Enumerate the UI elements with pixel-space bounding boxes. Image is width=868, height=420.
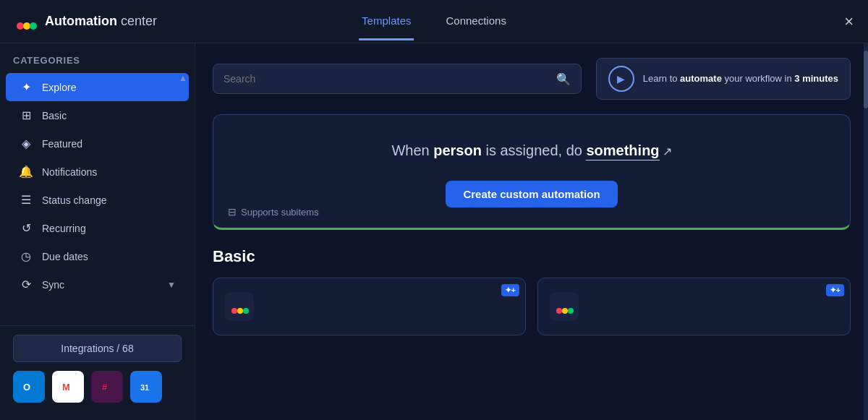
outlook-icon[interactable]: O	[13, 371, 45, 403]
calendar-icon[interactable]: 31	[130, 371, 162, 403]
sidebar-item-label-featured: Featured	[42, 138, 82, 150]
template-cards-row: ✦+ ✦+	[213, 278, 851, 335]
create-custom-automation-button[interactable]: Create custom automation	[446, 181, 617, 207]
sidebar-item-label-due-dates: Due dates	[42, 251, 88, 262]
sidebar-item-status-change[interactable]: ☰ Status change	[6, 186, 189, 214]
status-change-icon: ☰	[19, 193, 33, 207]
sidebar-item-recurring[interactable]: ↺ Recurring	[6, 214, 189, 242]
sync-icon: ⟳	[19, 278, 33, 291]
tab-connections[interactable]: Connections	[443, 14, 509, 40]
cursor-icon: ↗	[663, 145, 672, 158]
subitems-icon: ⊟	[228, 206, 237, 218]
card-logo-1	[225, 292, 254, 321]
svg-point-2	[30, 22, 37, 30]
sidebar-item-label-basic: Basic	[42, 110, 67, 121]
sidebar-item-label-recurring: Recurring	[42, 223, 86, 234]
due-dates-icon: ◷	[19, 249, 33, 263]
search-icon: 🔍	[556, 72, 571, 86]
scroll-up-arrow: ▲	[179, 73, 187, 83]
video-text: Learn to automate your workflow in 3 min…	[643, 72, 838, 85]
right-scrollbar[interactable]	[864, 43, 868, 420]
sidebar-item-basic[interactable]: ⊞ Basic	[6, 101, 189, 129]
sidebar-item-explore[interactable]: ✦ Explore	[6, 73, 189, 101]
sidebar-item-label-notifications: Notifications	[42, 166, 97, 178]
sidebar-item-label-explore: Explore	[42, 82, 76, 93]
sidebar-header: Categories	[0, 55, 195, 73]
automation-sentence: When person is assigned, do something↗	[391, 142, 671, 160]
play-button[interactable]: ▶	[608, 66, 634, 92]
explore-icon: ✦	[19, 80, 33, 94]
monday-logo	[14, 10, 38, 33]
svg-text:O: O	[23, 382, 30, 393]
ai-badge-1: ✦+	[501, 284, 519, 296]
chevron-down-icon: ▼	[167, 280, 176, 290]
svg-text:#: #	[102, 382, 108, 393]
svg-point-13	[243, 308, 249, 314]
scrollbar-thumb	[864, 51, 868, 108]
logo-area: Automation center	[14, 10, 203, 33]
subitems-note: ⊟ Supports subitems	[228, 206, 319, 218]
card-logo-2	[550, 292, 579, 321]
sidebar-scroll: ▲ ✦ Explore ⊞ Basic ◈ Featured 🔔 Notific…	[0, 73, 195, 325]
sidebar-bottom: Integrations / 68 O M # 31	[0, 325, 195, 411]
body-layout: Categories ▲ ✦ Explore ⊞ Basic ◈ Feature…	[0, 43, 868, 420]
header: Automation center Templates Connections …	[0, 0, 868, 43]
template-card-2[interactable]: ✦+	[537, 278, 851, 335]
featured-icon: ◈	[19, 137, 33, 150]
svg-text:31: 31	[140, 383, 149, 392]
svg-point-0	[17, 22, 24, 30]
basic-icon: ⊞	[19, 108, 33, 122]
sidebar-item-label-sync: Sync	[42, 279, 64, 291]
template-card-1[interactable]: ✦+	[213, 278, 526, 335]
search-bar[interactable]: 🔍	[213, 64, 582, 94]
section-basic-title: Basic	[213, 247, 851, 266]
sidebar-item-featured[interactable]: ◈ Featured	[6, 129, 189, 158]
tab-templates[interactable]: Templates	[359, 14, 414, 40]
app-title: Automation center	[45, 14, 157, 29]
svg-point-14	[556, 308, 562, 314]
slack-icon[interactable]: #	[91, 371, 123, 403]
sync-item-left: ⟳ Sync	[19, 278, 64, 291]
search-input[interactable]	[224, 73, 556, 85]
sidebar-item-label-status-change: Status change	[42, 194, 107, 206]
automation-builder-card: When person is assigned, do something↗ C…	[213, 114, 851, 230]
integrations-button[interactable]: Integrations / 68	[13, 335, 182, 362]
gmail-icon[interactable]: M	[52, 371, 84, 403]
svg-point-1	[23, 22, 30, 30]
sidebar-item-sync[interactable]: ⟳ Sync ▼	[6, 270, 189, 299]
notifications-icon: 🔔	[19, 165, 33, 179]
top-row: 🔍 ▶ Learn to automate your workflow in 3…	[213, 58, 851, 100]
sidebar-item-notifications[interactable]: 🔔 Notifications	[6, 158, 189, 186]
svg-point-12	[237, 308, 243, 314]
integration-icons-row: O M # 31	[13, 371, 182, 403]
svg-text:M: M	[62, 382, 70, 393]
svg-point-11	[231, 308, 237, 314]
ai-badge-2: ✦+	[826, 284, 844, 296]
sidebar: Categories ▲ ✦ Explore ⊞ Basic ◈ Feature…	[0, 43, 195, 420]
video-promo[interactable]: ▶ Learn to automate your workflow in 3 m…	[596, 58, 851, 100]
close-button[interactable]: ×	[844, 14, 854, 30]
svg-point-16	[568, 308, 574, 314]
svg-point-15	[562, 308, 568, 314]
main-content: 🔍 ▶ Learn to automate your workflow in 3…	[195, 43, 868, 420]
header-tabs: Templates Connections	[359, 3, 509, 40]
recurring-icon: ↺	[19, 221, 33, 235]
sidebar-item-due-dates[interactable]: ◷ Due dates	[6, 242, 189, 270]
